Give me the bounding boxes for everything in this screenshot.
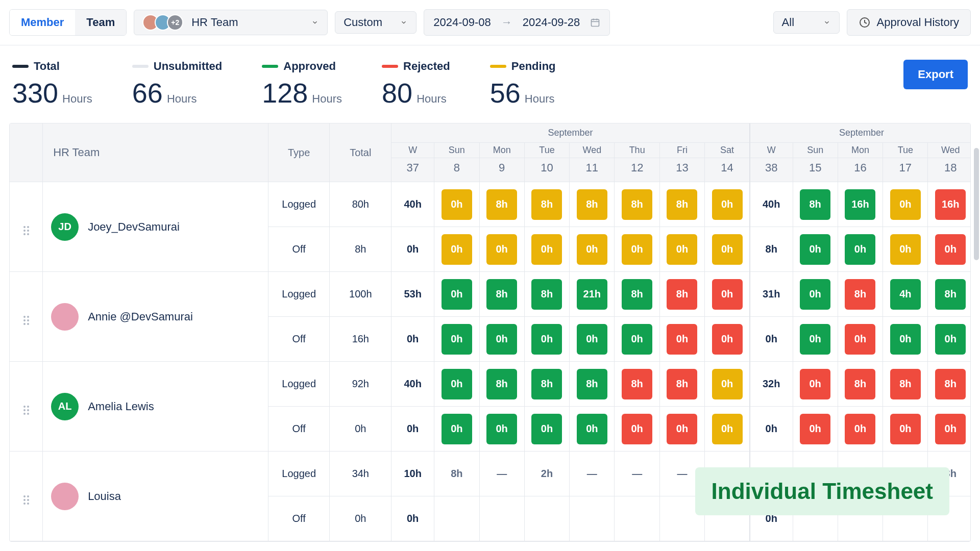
hours-cell[interactable]: [442, 502, 472, 533]
hours-cell[interactable]: 2h: [531, 459, 562, 489]
drag-handle[interactable]: [10, 452, 43, 541]
hours-cell[interactable]: 0h: [800, 234, 830, 265]
hours-cell[interactable]: 8h: [622, 279, 652, 310]
hours-cell[interactable]: —: [577, 459, 607, 489]
hours-cell[interactable]: 0h: [531, 234, 562, 265]
hours-cell[interactable]: 0h: [442, 414, 472, 444]
hours-cell[interactable]: 0h: [712, 234, 743, 265]
hours-cell[interactable]: [531, 502, 562, 533]
hours-cell[interactable]: 0h: [712, 369, 743, 399]
row-total: 0h: [330, 407, 391, 452]
hours-cell[interactable]: 0h: [800, 369, 830, 399]
hours-cell[interactable]: 8h: [442, 459, 472, 489]
hours-cell[interactable]: 0h: [442, 189, 472, 220]
hours-cell[interactable]: —: [486, 459, 517, 489]
hours-cell[interactable]: 0h: [712, 414, 743, 444]
range-type-picker[interactable]: Custom: [335, 11, 416, 34]
hours-cell[interactable]: 8h: [845, 369, 875, 399]
drag-handle[interactable]: [10, 272, 43, 362]
hours-cell[interactable]: [667, 502, 697, 533]
table-row: Annie @DevSamuraiLogged100h53h0h8h8h21h8…: [10, 272, 971, 317]
user-cell[interactable]: ALAmelia Lewis: [43, 362, 268, 452]
hours-cell[interactable]: 0h: [577, 234, 607, 265]
hours-cell[interactable]: [622, 502, 652, 533]
hours-cell[interactable]: 0h: [800, 414, 830, 444]
hours-cell[interactable]: 0h: [622, 234, 652, 265]
hours-cell[interactable]: 0h: [577, 414, 607, 444]
hours-cell[interactable]: 0h: [667, 234, 697, 265]
stat-value: 66: [132, 77, 163, 109]
hours-cell[interactable]: 8h: [577, 369, 607, 399]
hours-cell[interactable]: —: [667, 459, 697, 489]
hours-cell[interactable]: 0h: [667, 324, 697, 355]
hours-cell[interactable]: 0h: [712, 324, 743, 355]
drag-handle[interactable]: [10, 362, 43, 452]
tab-team[interactable]: Team: [75, 10, 126, 35]
hours-cell[interactable]: 0h: [845, 324, 875, 355]
hours-cell[interactable]: 0h: [890, 234, 921, 265]
hours-cell[interactable]: 8h: [531, 279, 562, 310]
tab-member[interactable]: Member: [10, 10, 75, 35]
hours-cell[interactable]: 0h: [486, 324, 517, 355]
hours-cell[interactable]: 0h: [712, 279, 743, 310]
hours-cell[interactable]: 16h: [845, 189, 875, 220]
drag-handle[interactable]: [10, 182, 43, 272]
hours-cell[interactable]: 0h: [622, 414, 652, 444]
hours-cell[interactable]: 0h: [442, 324, 472, 355]
hours-cell[interactable]: 8h: [935, 369, 966, 399]
team-picker[interactable]: +2 HR Team: [134, 10, 328, 35]
date-range-picker[interactable]: 2024-09-08 → 2024-09-28: [424, 9, 610, 36]
hours-cell[interactable]: 4h: [890, 279, 921, 310]
user-cell[interactable]: JDJoey_DevSamurai: [43, 182, 268, 272]
hours-cell[interactable]: 8h: [667, 189, 697, 220]
hours-cell[interactable]: 0h: [890, 189, 921, 220]
hours-cell[interactable]: 21h: [577, 279, 607, 310]
hours-cell[interactable]: —: [622, 459, 652, 489]
hours-cell[interactable]: 0h: [890, 414, 921, 444]
hours-cell[interactable]: 8h: [890, 369, 921, 399]
hours-cell[interactable]: 0h: [531, 324, 562, 355]
hours-cell[interactable]: 0h: [486, 234, 517, 265]
hours-cell[interactable]: 8h: [800, 189, 830, 220]
hours-cell[interactable]: 8h: [486, 189, 517, 220]
user-cell[interactable]: Annie @DevSamurai: [43, 272, 268, 362]
hours-cell[interactable]: 0h: [800, 279, 830, 310]
hours-cell[interactable]: 0h: [800, 324, 830, 355]
export-button[interactable]: Export: [903, 60, 968, 89]
hours-cell[interactable]: 0h: [845, 234, 875, 265]
hours-cell[interactable]: 0h: [890, 324, 921, 355]
hours-cell[interactable]: 0h: [712, 189, 743, 220]
hours-cell[interactable]: 8h: [531, 369, 562, 399]
hours-cell[interactable]: 0h: [577, 324, 607, 355]
hours-cell[interactable]: 0h: [935, 324, 966, 355]
hours-cell[interactable]: 0h: [442, 234, 472, 265]
scrollbar[interactable]: [974, 148, 979, 536]
approval-history-button[interactable]: Approval History: [847, 9, 971, 36]
hours-cell[interactable]: 0h: [622, 324, 652, 355]
hours-cell[interactable]: 8h: [667, 279, 697, 310]
hours-cell[interactable]: 0h: [531, 414, 562, 444]
hours-cell[interactable]: 8h: [845, 279, 875, 310]
hours-cell[interactable]: 0h: [935, 414, 966, 444]
legend-swatch: [132, 65, 149, 68]
hours-cell[interactable]: 0h: [442, 279, 472, 310]
hours-cell[interactable]: 8h: [667, 369, 697, 399]
hours-cell[interactable]: [577, 502, 607, 533]
hours-cell[interactable]: [486, 502, 517, 533]
hours-cell[interactable]: 0h: [845, 414, 875, 444]
hours-cell[interactable]: 8h: [486, 279, 517, 310]
hours-cell[interactable]: 8h: [577, 189, 607, 220]
hours-cell[interactable]: 8h: [486, 369, 517, 399]
status-filter[interactable]: All: [773, 11, 840, 34]
user-cell[interactable]: Louisa: [43, 452, 268, 541]
hours-cell[interactable]: 0h: [442, 369, 472, 399]
week-sum: 0h: [391, 227, 434, 272]
hours-cell[interactable]: 8h: [622, 369, 652, 399]
hours-cell[interactable]: 0h: [486, 414, 517, 444]
hours-cell[interactable]: 0h: [667, 414, 697, 444]
hours-cell[interactable]: 8h: [935, 279, 966, 310]
hours-cell[interactable]: 0h: [935, 234, 966, 265]
hours-cell[interactable]: 16h: [935, 189, 966, 220]
hours-cell[interactable]: 8h: [531, 189, 562, 220]
hours-cell[interactable]: 8h: [622, 189, 652, 220]
